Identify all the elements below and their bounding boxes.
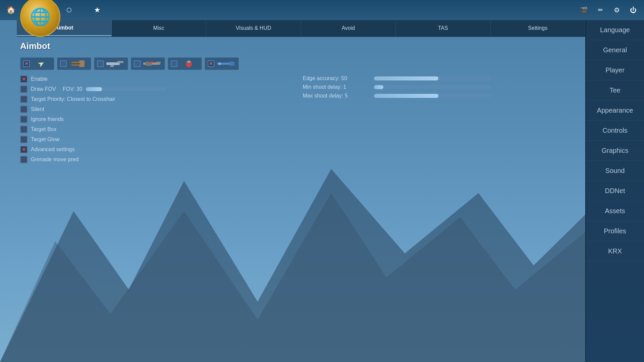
setting-advanced-checkbox[interactable]: ✕ (20, 146, 28, 153)
sidebar-item-tee[interactable]: Tee (586, 80, 644, 101)
sidebar-item-profiles[interactable]: Profiles (586, 221, 644, 241)
setting-target-priority-label: Target Priority: Closest to Crosshair (31, 96, 115, 102)
setting-grenade-pred-label: Grenade move pred (31, 157, 78, 163)
power-button[interactable]: ⏻ (626, 3, 641, 17)
page-title: Aimbot (0, 37, 585, 54)
setting-draw-fov-label: Draw FOV (31, 86, 56, 92)
weapon-checkbox-hammer[interactable] (60, 60, 67, 67)
setting-silent-checkbox[interactable] (20, 106, 28, 113)
header: 🏠 ⬡ ★ 🎬 ✏ ⚙ ⏻ (0, 0, 644, 20)
weapon-icon-laser (216, 59, 236, 68)
weapon-slot-laser[interactable]: ✕ (205, 57, 239, 70)
setting-silent-row: Silent (20, 106, 296, 113)
weapon-checkbox-arrow[interactable]: ✕ (23, 60, 30, 67)
main-container: Aimbot Misc Visuals & HUD Avoid TAS Sett… (0, 20, 585, 362)
setting-grenade-pred-row: Grenade move pred (20, 156, 296, 163)
weapon-slot-gun[interactable] (94, 57, 128, 70)
content-panel: ✕ ➤ (0, 54, 585, 167)
svg-point-18 (218, 62, 221, 65)
tab-visuals[interactable]: Visuals & HUD (206, 20, 301, 36)
edge-accuracy-fill (374, 76, 439, 80)
min-shoot-delay-slider[interactable] (374, 85, 491, 89)
settings-left: ✕ Enable Draw FOV FOV: 30 (20, 75, 296, 163)
weapon-slot-hammer[interactable] (57, 57, 91, 70)
settings-right: Edge accuracy: 50 Min shoot delay: 1 Max… (303, 75, 579, 163)
network-button[interactable]: ⬡ (62, 3, 76, 17)
settings-columns: ✕ Enable Draw FOV FOV: 30 (20, 75, 579, 163)
setting-ignore-friends-checkbox[interactable] (20, 116, 28, 123)
setting-target-priority-checkbox[interactable] (20, 96, 28, 103)
edit-button[interactable]: ✏ (593, 3, 608, 17)
setting-target-glow-label: Target Glow (31, 136, 59, 142)
weapon-slot-shotgun[interactable] (131, 57, 165, 70)
edge-accuracy-row: Edge accuracy: 50 (303, 75, 579, 81)
min-shoot-delay-label: Min shoot delay: 1 (303, 84, 370, 90)
weapon-selector-row: ✕ ➤ (20, 57, 579, 70)
edge-accuracy-label: Edge accuracy: 50 (303, 75, 370, 81)
setting-target-glow-checkbox[interactable] (20, 136, 28, 143)
weapon-slot-grenade[interactable] (168, 57, 202, 70)
svg-rect-7 (110, 65, 114, 67)
svg-rect-4 (71, 63, 80, 64)
sidebar-item-appearance[interactable]: Appearance (586, 101, 644, 121)
film-button[interactable]: 🎬 (577, 3, 591, 17)
star-button[interactable]: ★ (90, 3, 105, 17)
sidebar-item-general[interactable]: General (586, 40, 644, 60)
sidebar-item-assets[interactable]: Assets (586, 201, 644, 221)
setting-enable-row: ✕ Enable (20, 75, 296, 83)
setting-target-box-row: Target Box (20, 126, 296, 133)
sidebar-item-language[interactable]: Language (586, 20, 644, 40)
setting-grenade-pred-checkbox[interactable] (20, 156, 28, 163)
fov-slider-track[interactable] (86, 87, 166, 91)
setting-enable-checkbox[interactable]: ✕ (20, 75, 28, 83)
logo-circle[interactable]: 🌐 (20, 0, 60, 37)
weapon-icon-gun (105, 59, 125, 68)
svg-rect-17 (229, 62, 234, 66)
fov-slider-fill (86, 87, 102, 91)
setting-target-box-label: Target Box (31, 126, 56, 132)
setting-target-glow-row: Target Glow (20, 136, 296, 143)
weapon-icon-hammer (68, 59, 88, 68)
min-shoot-delay-fill (374, 85, 383, 89)
fov-value-label: FOV: 30 (63, 86, 83, 92)
home-button[interactable]: 🏠 (3, 3, 18, 17)
weapon-checkbox-gun[interactable] (97, 60, 104, 67)
sidebar-item-player[interactable]: Player (586, 60, 644, 80)
header-right-buttons: 🎬 ✏ ⚙ ⏻ (577, 3, 641, 17)
setting-silent-label: Silent (31, 106, 44, 112)
sidebar-item-controls[interactable]: Controls (586, 121, 644, 141)
edge-accuracy-slider[interactable] (374, 76, 491, 80)
weapon-checkbox-shotgun[interactable] (134, 60, 141, 67)
tab-bar: Aimbot Misc Visuals & HUD Avoid TAS Sett… (17, 20, 585, 37)
right-sidebar: Language General Player Tee Appearance C… (585, 20, 644, 362)
sidebar-item-graphics[interactable]: Graphics (586, 141, 644, 161)
max-shoot-delay-fill (374, 94, 439, 98)
setting-target-box-checkbox[interactable] (20, 126, 28, 133)
setting-target-priority-row: Target Priority: Closest to Crosshair (20, 96, 296, 103)
setting-enable-label: Enable (31, 76, 48, 82)
weapon-icon-grenade (179, 59, 199, 68)
max-shoot-delay-row: Max shoot delay: 5 (303, 93, 579, 99)
weapon-checkbox-laser[interactable]: ✕ (208, 60, 214, 67)
settings-button[interactable]: ⚙ (609, 3, 624, 17)
weapon-icon-arrow: ➤ (31, 59, 51, 68)
sidebar-item-krx[interactable]: KRX (586, 241, 644, 261)
sidebar-item-ddnet[interactable]: DDNet (586, 181, 644, 201)
setting-draw-fov-checkbox[interactable] (20, 85, 28, 93)
max-shoot-delay-slider[interactable] (374, 94, 491, 98)
sidebar-item-sound[interactable]: Sound (586, 161, 644, 181)
svg-rect-10 (156, 62, 161, 63)
tab-settings[interactable]: Settings (491, 20, 586, 36)
setting-advanced-row: ✕ Advanced settings (20, 146, 296, 153)
weapon-checkbox-grenade[interactable] (171, 60, 177, 67)
tab-misc[interactable]: Misc (112, 20, 207, 36)
svg-rect-12 (152, 62, 155, 63)
tab-avoid[interactable]: Avoid (301, 20, 396, 36)
svg-rect-11 (149, 62, 151, 63)
tab-tas[interactable]: TAS (396, 20, 491, 36)
fov-slider-row: FOV: 30 (63, 86, 166, 92)
weapon-slot-arrow[interactable]: ✕ ➤ (20, 57, 54, 70)
weapon-icon-shotgun (142, 59, 162, 68)
svg-rect-15 (187, 61, 191, 62)
min-shoot-delay-row: Min shoot delay: 1 (303, 84, 579, 90)
